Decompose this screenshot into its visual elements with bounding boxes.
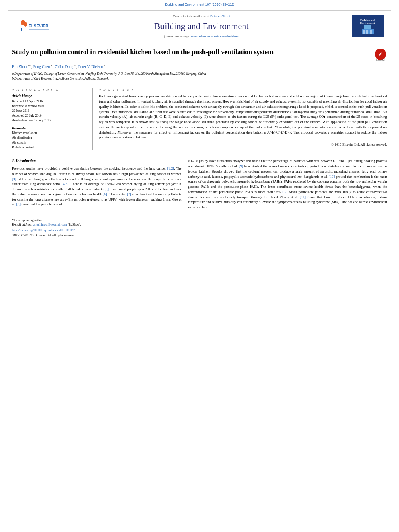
- journal-title: Building and Environment: [53, 20, 350, 33]
- elsevier-logo-icon: ELSEVIER: [16, 18, 51, 34]
- article-info-abstract: A R T I C L E I N F O Article history: R…: [12, 84, 387, 150]
- journal-homepage-line: journal homepage: www.elsevier.com/locat…: [53, 34, 350, 39]
- doi-line[interactable]: http://dx.doi.org/10.1016/j.buildenv.201…: [12, 228, 387, 232]
- crossmark-section: ✓ CrossMark: [374, 48, 387, 64]
- keywords-list: Kitchen ventilation Air distribution Air…: [12, 131, 88, 150]
- authors-line: Bin Zhou a,* , Feng Chen a , Zhibo Dong …: [12, 64, 387, 70]
- svg-text:CrossMark: CrossMark: [376, 59, 386, 61]
- abstract-text: Pollutants generated from cooking proces…: [99, 94, 387, 140]
- copyright-line: © 2016 Elsevier Ltd. All rights reserved…: [99, 142, 387, 147]
- article-info-column: A R T I C L E I N F O Article history: R…: [12, 88, 93, 150]
- intro-right-text: 0.1–10 μm by laser diffraction analyzer …: [188, 158, 387, 210]
- received-1: Received 13 April 2016: [12, 99, 88, 103]
- email-link[interactable]: zhouhinwx@hotmail.com: [33, 223, 67, 226]
- article-title-block: Study on pollution control in residentia…: [12, 48, 370, 61]
- article-info-heading: A R T I C L E I N F O: [12, 88, 88, 92]
- keyword-2: Air distribution: [12, 136, 88, 140]
- journal-citation: Building and Environment 107 (2016) 99–1…: [165, 2, 234, 6]
- history-label: Article history:: [12, 94, 88, 98]
- abstract-heading: A B S T R A C T: [99, 88, 387, 92]
- email-line: E-mail address: zhouhinwx@hotmail.com (B…: [12, 222, 387, 227]
- available-online: Available online 22 July 2016: [12, 118, 88, 123]
- journal-header-center: Contents lists available at ScienceDirec…: [53, 14, 350, 39]
- contents-available: Contents lists available at ScienceDirec…: [53, 14, 350, 18]
- article-body: Study on pollution control in residentia…: [12, 48, 387, 150]
- revised-label: Received in revised form: [12, 104, 88, 108]
- svg-point-2: [24, 22, 27, 27]
- corresponding-author-note: * Corresponding author.: [12, 218, 387, 222]
- abstract-paragraph: Pollutants generated from cooking proces…: [99, 94, 387, 140]
- article-title: Study on pollution control in residentia…: [12, 48, 370, 57]
- svg-rect-9: [363, 30, 365, 34]
- journal-citation-bar: Building and Environment 107 (2016) 99–1…: [0, 0, 399, 9]
- article-history: Article history: Received 13 April 2016 …: [12, 94, 88, 123]
- building-environment-logo: Building and Environment: [352, 15, 384, 37]
- svg-rect-3: [21, 28, 22, 31]
- title-section: Study on pollution control in residentia…: [12, 48, 387, 64]
- keywords-label: Keywords:: [12, 126, 88, 131]
- keyword-3: Air curtain: [12, 140, 88, 145]
- svg-text:ELSEVIER: ELSEVIER: [29, 24, 49, 28]
- main-right-col: 0.1–10 μm by laser diffraction analyzer …: [188, 158, 387, 212]
- intro-right-paragraph: 0.1–10 μm by laser diffraction analyzer …: [188, 158, 387, 210]
- sciencedirect-link[interactable]: ScienceDirect: [210, 14, 230, 18]
- intro-left-paragraph: Previous studies have provided a positiv…: [12, 166, 181, 207]
- affiliation-b: b Department of Civil Engineering, Aalbo…: [12, 76, 387, 81]
- svg-rect-11: [370, 30, 372, 34]
- abstract-column: A B S T R A C T Pollutants generated fro…: [99, 88, 387, 150]
- accepted: Accepted 20 July 2016: [12, 113, 88, 118]
- keyword-4: Pollution control: [12, 145, 88, 150]
- keywords-section: Keywords: Kitchen ventilation Air distri…: [12, 126, 88, 150]
- svg-rect-8: [364, 25, 371, 29]
- svg-text:✓: ✓: [378, 51, 383, 58]
- affiliations: a Department of HVAC, College of Urban C…: [12, 72, 387, 81]
- footer: * Corresponding author. E-mail address: …: [12, 216, 387, 238]
- keyword-1: Kitchen ventilation: [12, 131, 88, 135]
- intro-left-text: Previous studies have provided a positiv…: [12, 166, 181, 207]
- page: Building and Environment 107 (2016) 99–1…: [0, 0, 399, 532]
- section-divider: [12, 154, 387, 154]
- issn-line: 0360-1323/© 2016 Elsevier Ltd. All right…: [12, 234, 387, 238]
- affiliation-a: a Department of HVAC, College of Urban C…: [12, 72, 387, 76]
- main-left-col: 1. Introduction Previous studies have pr…: [12, 158, 181, 212]
- svg-rect-10: [366, 30, 368, 34]
- revised-date: 29 June 2016: [12, 109, 88, 113]
- crossmark-icon: ✓ CrossMark: [374, 48, 387, 62]
- main-content-two-col: 1. Introduction Previous studies have pr…: [12, 158, 387, 212]
- journal-homepage-link[interactable]: www.elsevier.com/locate/buildenv: [191, 35, 239, 38]
- elsevier-logo-section: ELSEVIER: [13, 18, 53, 34]
- journal-logo-right: Building and Environment: [350, 15, 386, 37]
- journal-header: ELSEVIER Contents lists available at Sci…: [8, 10, 391, 42]
- building-icon: [360, 25, 376, 34]
- introduction-title: 1. Introduction: [12, 158, 181, 164]
